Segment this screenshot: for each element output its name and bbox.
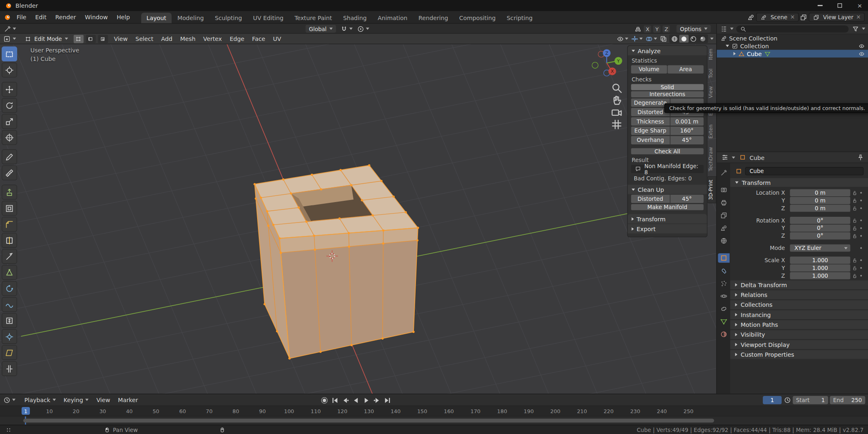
- tool-move[interactable]: [2, 82, 17, 97]
- panel-delta-transform-header[interactable]: Delta Transform: [730, 280, 868, 289]
- editor-outliner-icon[interactable]: [720, 25, 728, 33]
- menu-render[interactable]: Render: [51, 13, 80, 22]
- wireframe-shading-icon[interactable]: [670, 35, 679, 43]
- mode-select[interactable]: XYZ Euler: [790, 245, 850, 252]
- check-all-button[interactable]: Check All: [631, 148, 703, 154]
- object-name-field[interactable]: Cube: [745, 167, 863, 175]
- properties-tab-particles[interactable]: [718, 279, 729, 288]
- workspace-tab-compositing[interactable]: Compositing: [454, 13, 501, 23]
- properties-tab-world[interactable]: [718, 236, 729, 245]
- workspace-tab-scripting[interactable]: Scripting: [501, 13, 538, 23]
- check-edge-sharp-button[interactable]: Edge Sharp: [631, 127, 669, 135]
- zoom-view-icon[interactable]: [610, 82, 623, 94]
- proportional-dropdown-icon[interactable]: [366, 28, 369, 30]
- menu-edit[interactable]: Edit: [31, 13, 51, 22]
- properties-tab-object[interactable]: [718, 253, 729, 263]
- tool-inset-faces[interactable]: [2, 201, 17, 216]
- animate-dot-icon[interactable]: [859, 275, 863, 277]
- value-field-location-x[interactable]: 0 m: [790, 189, 850, 196]
- sidebar-tab-item[interactable]: Item: [708, 46, 717, 63]
- workspace-tab-rendering[interactable]: Rendering: [413, 13, 454, 23]
- workspace-tab-shading[interactable]: Shading: [337, 13, 372, 23]
- sidebar-tab-3d-print[interactable]: 3D-Print: [708, 177, 717, 204]
- panel-export-header[interactable]: Export: [628, 224, 707, 234]
- viewport-menu-view[interactable]: View: [110, 36, 132, 42]
- sidebar-tab-tool[interactable]: Tool: [708, 65, 717, 81]
- viewport-menu-face[interactable]: Face: [248, 36, 269, 42]
- outliner-row-collection[interactable]: Collection: [717, 42, 868, 50]
- overlays-toggle-icon[interactable]: [645, 35, 653, 43]
- filter-icon[interactable]: [851, 25, 859, 33]
- close-button[interactable]: ×: [851, 0, 868, 11]
- outliner-row-cube[interactable]: Cube: [717, 50, 868, 58]
- menu-window[interactable]: Window: [80, 13, 112, 22]
- timeline-track-area[interactable]: [0, 416, 868, 425]
- workspace-tab-uv-editing[interactable]: UV Editing: [248, 13, 289, 23]
- animate-dot-icon[interactable]: [859, 267, 863, 269]
- sidebar-tab-view[interactable]: View: [708, 83, 717, 101]
- properties-tab-object-data[interactable]: [718, 317, 729, 326]
- menu-help[interactable]: Help: [112, 13, 134, 22]
- edge-sharp-value-field[interactable]: 160°: [670, 127, 704, 135]
- tool-scale[interactable]: [2, 114, 17, 129]
- cube-expand-icon[interactable]: [733, 52, 735, 55]
- viewport-menu-edge[interactable]: Edge: [226, 36, 248, 42]
- jump-to-start-button[interactable]: [330, 396, 339, 404]
- proportional-editing-icon[interactable]: [357, 25, 365, 33]
- properties-tab-active-tool[interactable]: [718, 168, 729, 178]
- timeline-ruler[interactable]: 1 10203040506070809010011012013014015016…: [0, 406, 868, 416]
- collection-expand-icon[interactable]: [726, 45, 729, 47]
- options-dropdown[interactable]: Options: [677, 25, 711, 33]
- tool-shear[interactable]: [2, 345, 17, 360]
- tool-bevel[interactable]: [2, 217, 17, 232]
- panel-viewport-display-header[interactable]: Viewport Display: [730, 340, 868, 349]
- tool-smooth[interactable]: [2, 297, 17, 312]
- editor-timeline-icon[interactable]: [3, 396, 11, 404]
- menu-file[interactable]: File: [12, 13, 31, 22]
- tool-rip-region[interactable]: [2, 361, 17, 376]
- check-overhang-button[interactable]: Overhang: [631, 136, 669, 144]
- properties-tab-output[interactable]: [718, 198, 729, 207]
- snap-dropdown-icon[interactable]: [349, 28, 353, 30]
- play-button[interactable]: [362, 396, 371, 404]
- lock-open-icon[interactable]: [850, 257, 859, 263]
- properties-tab-modifiers[interactable]: [718, 266, 729, 275]
- viewport-menu-add[interactable]: Add: [157, 36, 176, 42]
- animate-dot-icon[interactable]: [859, 192, 863, 193]
- vertex-select-mode-button[interactable]: [74, 35, 84, 43]
- tool-measure[interactable]: [2, 165, 17, 180]
- panel-transform-header[interactable]: Transform: [628, 214, 707, 223]
- make-manifold-button[interactable]: Make Manifold: [631, 204, 703, 210]
- analyze-panel-header[interactable]: Analyze: [628, 46, 707, 55]
- snap-magnet-icon[interactable]: [340, 25, 348, 33]
- transform-orientation-dropdown[interactable]: Global: [305, 25, 336, 33]
- eye-icon[interactable]: [858, 43, 865, 49]
- value-field-z[interactable]: 1.000: [790, 272, 850, 279]
- animate-dot-icon[interactable]: [859, 200, 863, 201]
- value-field-z[interactable]: 0°: [790, 232, 850, 240]
- panel-instancing-header[interactable]: Instancing: [730, 310, 868, 319]
- lock-open-icon[interactable]: [850, 273, 859, 279]
- blender-logo-icon[interactable]: [5, 2, 12, 9]
- workspace-tab-animation[interactable]: Animation: [372, 13, 413, 23]
- navigation-gizmo[interactable]: Z Y X: [585, 47, 629, 81]
- viewport-menu-vertex[interactable]: Vertex: [199, 36, 226, 42]
- workspace-tab-layout[interactable]: Layout: [141, 13, 172, 23]
- record-button[interactable]: [320, 396, 329, 404]
- lock-open-icon[interactable]: [850, 233, 859, 239]
- current-frame-field[interactable]: 1: [763, 396, 782, 404]
- eye-icon[interactable]: [858, 50, 865, 57]
- shading-dropdown-icon[interactable]: [710, 38, 714, 40]
- thickness-value-field[interactable]: 0.001 m: [670, 117, 704, 126]
- animate-dot-icon[interactable]: [859, 207, 863, 209]
- lock-open-icon[interactable]: [850, 198, 859, 203]
- value-field-z[interactable]: 0 m: [790, 205, 850, 212]
- viewport-menu-uv[interactable]: UV: [269, 36, 285, 42]
- properties-tab-scene[interactable]: [718, 223, 729, 233]
- value-field-scale-x[interactable]: 1.000: [790, 256, 850, 264]
- pin-icon[interactable]: [857, 153, 864, 161]
- workspace-tab-texture-paint[interactable]: Texture Paint: [289, 13, 338, 23]
- material-shading-icon[interactable]: [689, 35, 698, 43]
- current-frame-marker[interactable]: 1: [22, 407, 30, 415]
- blender-menu-icon[interactable]: [3, 13, 11, 21]
